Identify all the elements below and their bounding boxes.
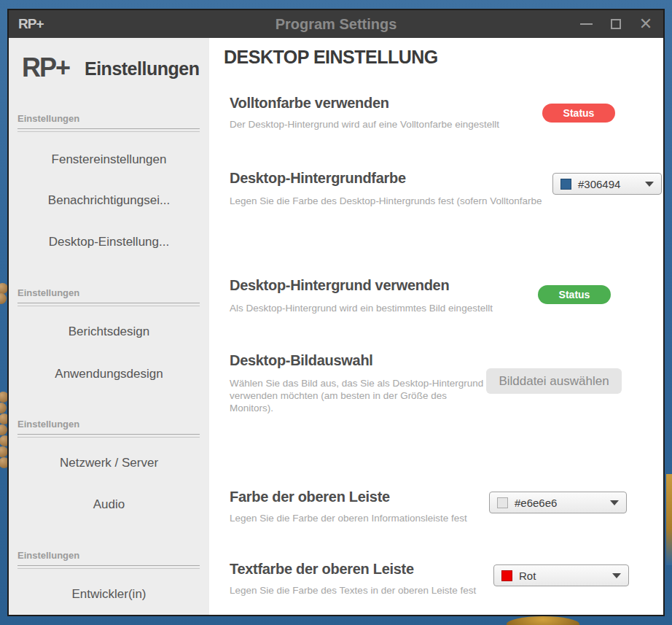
color-swatch <box>560 179 571 190</box>
background-color-dropdown[interactable]: #306494 <box>552 173 662 195</box>
row-title: Desktop-Bildauswahl <box>230 352 373 369</box>
dropdown-value: Rot <box>519 570 608 582</box>
sidebar-item-desktop-einstellungen[interactable]: Desktop-Einstellung... <box>9 234 209 250</box>
color-swatch <box>501 570 512 581</box>
row-description: Legen Sie die Farbe der oberen Informati… <box>230 512 467 524</box>
row-description: Legen Sie die Farbe des Desktop-Hintergr… <box>230 195 543 207</box>
row-title: Volltonfarbe verwenden <box>230 95 389 112</box>
desktop-background: RP+ Program Settings ✕ RP+ Einstellungen… <box>0 0 672 625</box>
section-divider <box>17 303 200 306</box>
sidebar-section-header: Einstellungen <box>17 419 79 430</box>
close-icon: ✕ <box>639 17 652 31</box>
wallpaper-bead <box>0 424 7 435</box>
minimize-button[interactable] <box>579 17 593 31</box>
section-divider <box>17 128 200 132</box>
wallpaper-gold-fragment <box>666 474 672 565</box>
row-description: Der Desktop-Hintergrund wird auf eine Vo… <box>230 118 499 131</box>
page-title: DESKTOP EINSTELLUNG <box>224 47 438 68</box>
section-divider <box>17 565 200 569</box>
color-swatch <box>497 497 508 508</box>
topbar-textcolor-dropdown[interactable]: Rot <box>493 564 629 586</box>
row-description: Legen Sie die Farbe des Textes in der ob… <box>230 584 476 597</box>
sidebar-item-fenstereinstellungen[interactable]: Fenstereinstellungen <box>9 152 209 168</box>
sidebar-item-entwickler[interactable]: Entwickler(in) <box>9 586 209 602</box>
close-button[interactable]: ✕ <box>638 17 653 31</box>
dropdown-value: #e6e6e6 <box>515 497 606 509</box>
sidebar-item-berichtsdesign[interactable]: Berichtsdesign <box>9 324 209 340</box>
wallpaper-bead <box>0 403 7 414</box>
wallpaper-bead <box>0 293 7 304</box>
status-badge-hintergrund[interactable]: Status <box>538 285 611 304</box>
row-title: Farbe der oberen Leiste <box>230 489 390 505</box>
row-description: Wählen Sie das Bild aus, das Sie als Des… <box>230 377 485 414</box>
topbar-color-dropdown[interactable]: #e6e6e6 <box>489 492 627 513</box>
chevron-down-icon <box>612 573 621 578</box>
sidebar-item-netzwerk-server[interactable]: Netzwerk / Server <box>9 455 209 471</box>
dropdown-value: #306494 <box>578 178 641 190</box>
row-title: Desktop-Hintergrund verwenden <box>230 277 449 294</box>
sidebar: RP+ Einstellungen Einstellungen Fenstere… <box>9 38 209 615</box>
sidebar-item-audio[interactable]: Audio <box>9 497 209 513</box>
minimize-icon <box>580 23 593 25</box>
wallpaper-gold-fragment <box>507 616 579 625</box>
settings-panel: DESKTOP EINSTELLUNG Volltonfarbe verwend… <box>209 38 663 615</box>
sidebar-section-header: Einstellungen <box>17 113 79 124</box>
sidebar-item-anwendungsdesign[interactable]: Anwendungsdesign <box>9 366 209 382</box>
settings-window: RP+ Program Settings ✕ RP+ Einstellungen… <box>7 9 665 616</box>
maximize-button[interactable] <box>609 17 623 31</box>
status-badge-volltonfarbe[interactable]: Status <box>542 104 615 123</box>
window-title: Program Settings <box>9 16 663 33</box>
choose-image-button[interactable]: Bilddatei auswählen <box>486 368 622 394</box>
row-description: Als Desktop-Hintergrund wird ein bestimm… <box>230 302 493 314</box>
title-bar[interactable]: RP+ Program Settings ✕ <box>9 10 663 38</box>
app-logo: RP+ <box>18 16 44 32</box>
maximize-icon <box>611 19 621 29</box>
row-title: Desktop-Hintergrundfarbe <box>230 170 406 187</box>
sidebar-item-benachrichtigungseinstellungen[interactable]: Benachrichtigungsei... <box>9 193 209 209</box>
sidebar-logo: RP+ <box>22 53 69 83</box>
row-title: Textfarbe der oberen Leiste <box>230 561 414 578</box>
chevron-down-icon <box>645 182 654 187</box>
sidebar-title: Einstellungen <box>85 58 199 79</box>
sidebar-section-header: Einstellungen <box>17 550 79 561</box>
chevron-down-icon <box>610 500 619 505</box>
section-divider <box>17 434 200 438</box>
sidebar-section-header: Einstellungen <box>17 287 79 298</box>
window-controls: ✕ <box>579 10 653 38</box>
